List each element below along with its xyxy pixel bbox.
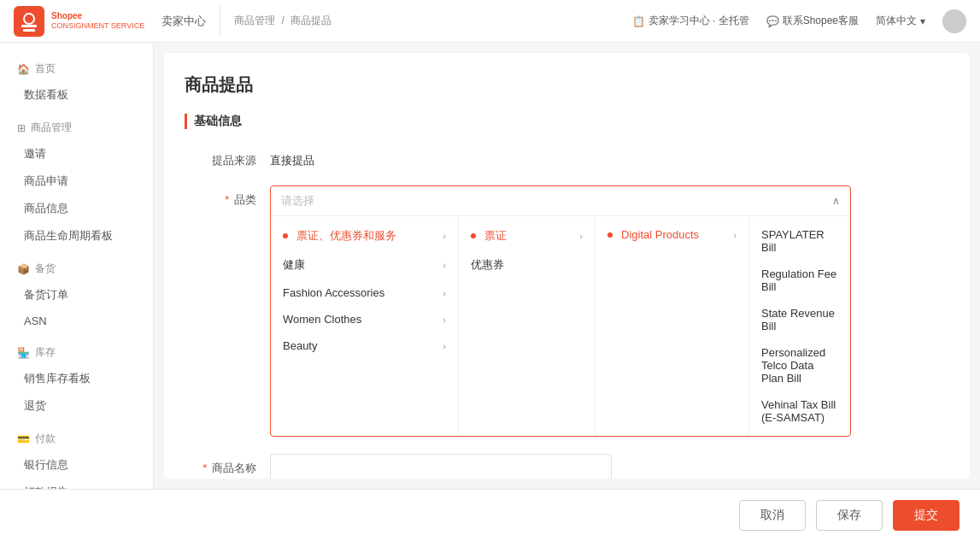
sidebar: 🏠 首页 数据看板 ⊞ 商品管理 邀请 商品申请 商品信息 商品生命周期看板 📦… — [0, 43, 154, 489]
arrow-icon: › — [443, 341, 446, 351]
cat-panel-1: 票证、优惠券和服务 › 健康 › Fashion Accessories › — [271, 216, 459, 436]
cat-item-tickets-label: 票证 — [484, 228, 507, 244]
lang-label: 简体中文 — [876, 14, 917, 28]
cat-item-telco[interactable]: Personalized Telco Data Plan Bill — [749, 339, 850, 391]
stock-label[interactable]: 备货 — [35, 262, 56, 276]
shopee-logo-icon — [14, 6, 44, 37]
cat-item-fashion-label: Fashion Accessories — [283, 286, 384, 299]
main-layout: 🏠 首页 数据看板 ⊞ 商品管理 邀请 商品申请 商品信息 商品生命周期看板 📦… — [0, 43, 980, 489]
category-placeholder: 请选择 — [281, 193, 832, 209]
seller-center-label: 卖家中心 — [161, 14, 206, 29]
wallet-icon: 💳 — [17, 433, 30, 445]
arrow-icon: › — [443, 231, 446, 241]
home-label[interactable]: 首页 — [35, 62, 56, 76]
cat-item-digital-products[interactable]: Digital Products › — [596, 221, 748, 248]
submit-button[interactable]: 提交 — [893, 500, 959, 531]
breadcrumb-sep: / — [282, 15, 285, 26]
product-name-input[interactable] — [270, 454, 612, 479]
cat-panel-2: 票证 › 优惠券 — [459, 216, 596, 436]
home-icon: 🏠 — [17, 63, 30, 75]
logo-text: Shopee CONSIGNMENT SERVICE — [51, 11, 144, 31]
avatar[interactable] — [942, 9, 966, 33]
arrow-icon: › — [443, 315, 446, 325]
sidebar-item-sales-inventory[interactable]: 销售库存看板 — [0, 365, 153, 392]
service-name: CONSIGNMENT SERVICE — [51, 21, 144, 31]
cat-item-regulation-fee[interactable]: Regulation Fee Bill — [749, 261, 850, 300]
sidebar-section-home: 🏠 首页 数据看板 — [0, 56, 153, 109]
active-dot — [283, 233, 288, 238]
source-label: 提品来源 — [185, 146, 270, 168]
category-dropdown: 票证、优惠券和服务 › 健康 › Fashion Accessories › — [271, 216, 850, 436]
cat-item-tickets[interactable]: 票证 › — [459, 221, 595, 250]
category-selector[interactable]: 请选择 ∧ 票证、优惠券和服务 › — [270, 185, 851, 437]
active-dot-2 — [471, 233, 476, 238]
brand-name: Shopee — [51, 11, 144, 21]
arrow-icon: › — [443, 288, 446, 298]
sidebar-item-payment-report[interactable]: 打款报告 — [0, 479, 153, 489]
sidebar-group-goods: ⊞ 商品管理 — [0, 115, 153, 140]
cat-item-digital-label: Digital Products — [621, 228, 699, 241]
nav-right: 📋 卖家学习中心 · 全托管 💬 联系Shopee客服 简体中文 ▾ — [632, 9, 966, 33]
learning-center-link[interactable]: 📋 卖家学习中心 · 全托管 — [632, 14, 749, 28]
cat-item-spaylater[interactable]: SPAYLATER Bill — [749, 221, 850, 261]
contact-label: 联系Shopee客服 — [783, 14, 859, 28]
logo-area: Shopee CONSIGNMENT SERVICE 卖家中心 — [14, 6, 220, 37]
save-button[interactable]: 保存 — [816, 500, 883, 531]
cat-item-vehinal-tax[interactable]: Vehinal Tax Bill (E-SAMSAT) — [749, 391, 850, 431]
sidebar-item-returns[interactable]: 退货 — [0, 392, 153, 420]
sidebar-item-goods-info[interactable]: 商品信息 — [0, 195, 153, 222]
cat-item-fashion[interactable]: Fashion Accessories › — [271, 279, 458, 306]
cat-item-vouchers[interactable]: 票证、优惠券和服务 › — [271, 221, 458, 250]
page-title: 商品提品 — [185, 74, 949, 97]
sidebar-item-dashboard[interactable]: 数据看板 — [0, 81, 153, 109]
sidebar-group-home: 🏠 首页 — [0, 56, 153, 81]
required-star: * — [225, 193, 229, 206]
cat-panel-3: Digital Products › — [596, 216, 749, 436]
contact-link[interactable]: 💬 联系Shopee客服 — [766, 14, 859, 28]
sidebar-item-goods-lifecycle[interactable]: 商品生命周期看板 — [0, 222, 153, 250]
sidebar-item-invite[interactable]: 邀请 — [0, 140, 153, 168]
svg-rect-0 — [14, 6, 44, 37]
cancel-button[interactable]: 取消 — [739, 500, 806, 531]
sidebar-item-bank-info[interactable]: 银行信息 — [0, 451, 153, 479]
chevron-up-icon: ∧ — [832, 195, 840, 207]
sidebar-item-asn[interactable]: ASN — [0, 309, 153, 333]
cat-item-beauty-label: Beauty — [283, 339, 317, 352]
cat-item-beauty[interactable]: Beauty › — [271, 332, 458, 359]
cat-item-coupons-label: 优惠券 — [471, 257, 504, 273]
cat-item-women-clothes[interactable]: Women Clothes › — [271, 306, 458, 332]
source-value: 直接提品 — [270, 146, 314, 168]
bottom-bar: 取消 保存 提交 — [0, 489, 980, 541]
payment-label[interactable]: 付款 — [35, 432, 56, 446]
lang-selector[interactable]: 简体中文 ▾ — [876, 14, 925, 28]
sidebar-item-stock-order[interactable]: 备货订单 — [0, 281, 153, 309]
svg-rect-2 — [21, 25, 37, 27]
sidebar-group-inventory: 🏪 库存 — [0, 340, 153, 365]
category-label: * 品类 — [185, 185, 270, 208]
form-row-source: 提品来源 直接提品 — [185, 146, 949, 168]
arrow-icon: › — [579, 231, 583, 241]
cat-item-health[interactable]: 健康 › — [271, 250, 458, 279]
arrow-icon: › — [733, 230, 736, 240]
warehouse-icon: 🏪 — [17, 347, 30, 359]
sidebar-group-stock: 📦 备货 — [0, 256, 153, 281]
arrow-icon: › — [443, 260, 446, 270]
category-input-row[interactable]: 请选择 ∧ — [271, 186, 850, 216]
sidebar-section-inventory: 🏪 库存 销售库存看板 退货 — [0, 340, 153, 420]
cat-item-vouchers-label: 票证、优惠券和服务 — [296, 228, 396, 244]
chevron-down-icon: ▾ — [920, 15, 925, 27]
required-star-2: * — [202, 462, 207, 474]
sidebar-section-payment: 💳 付款 银行信息 打款报告 — [0, 426, 153, 489]
cat-item-women-clothes-label: Women Clothes — [283, 313, 361, 326]
product-name-label: * 商品名称 — [185, 454, 270, 476]
goods-mgmt-label[interactable]: 商品管理 — [31, 121, 72, 135]
breadcrumb: 商品管理 / 商品提品 — [234, 14, 631, 28]
cat-item-coupons[interactable]: 优惠券 — [459, 250, 595, 279]
sidebar-item-goods-apply[interactable]: 商品申请 — [0, 168, 153, 195]
chat-icon: 💬 — [766, 15, 779, 27]
inventory-label[interactable]: 库存 — [35, 345, 56, 360]
cat-item-state-revenue[interactable]: State Revenue Bill — [749, 300, 850, 339]
content-area: 商品提品 基础信息 提品来源 直接提品 * 品类 请选择 ∧ — [164, 53, 970, 479]
grid-icon: ⊞ — [17, 122, 26, 134]
cat-item-health-label: 健康 — [283, 257, 305, 273]
